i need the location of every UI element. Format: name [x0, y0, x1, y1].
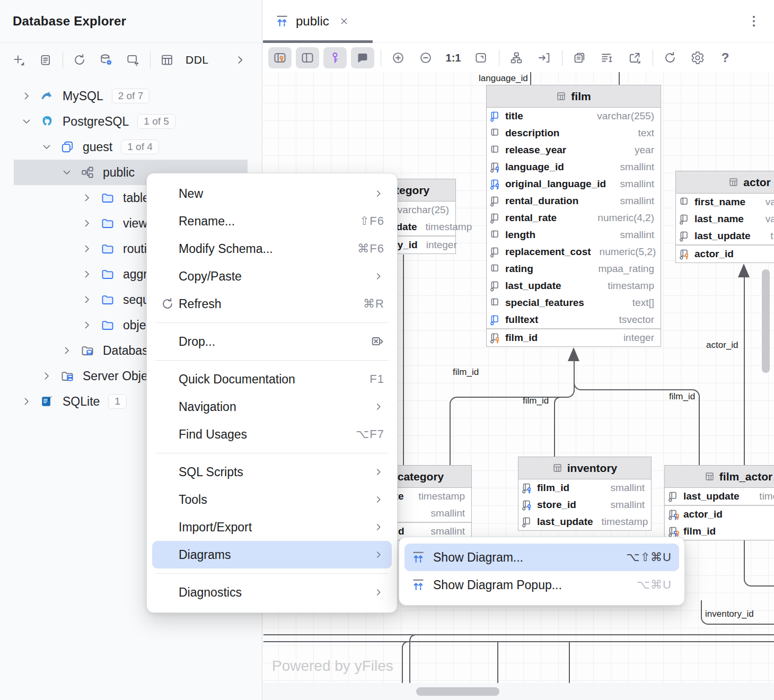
zoom-out-icon[interactable] [414, 47, 437, 68]
close-icon[interactable] [339, 16, 349, 27]
table-node-inventory[interactable]: inventoryfilm_idsmallintstore_idsmallint… [518, 457, 652, 531]
duplicate-icon[interactable] [34, 49, 56, 71]
chevron-right-icon[interactable] [81, 319, 93, 331]
menu-item-copy-paste[interactable]: Copy/Paste [152, 262, 392, 290]
auto-layout-icon[interactable] [505, 47, 528, 68]
more-options-icon[interactable] [746, 14, 761, 29]
tree-item-guest[interactable]: guest1 of 4 [0, 134, 262, 160]
column-name: last_update [505, 280, 561, 292]
folder-icon [101, 293, 115, 307]
tree-item-postgresql[interactable]: PostgreSQL1 of 5 [0, 109, 262, 134]
folder-server-icon [60, 369, 74, 383]
column-name: first_name [694, 196, 745, 208]
column-type: numeric(5,2) [591, 246, 663, 258]
actual-size-icon[interactable] [469, 47, 492, 68]
column-name: rental_duration [505, 195, 578, 207]
tree-item-mysql[interactable]: MySQL2 of 7 [0, 83, 262, 109]
settings-icon[interactable] [686, 47, 709, 68]
edge-label-actor_id: actor_id [706, 340, 738, 351]
menu-item-sql-scripts[interactable]: SQL Scripts [152, 458, 392, 486]
key-columns-panel-icon[interactable] [268, 47, 292, 68]
text-settings-icon[interactable] [595, 47, 619, 68]
refresh-icon[interactable] [658, 47, 682, 68]
column-name: actor_id [694, 248, 734, 260]
move-into-icon[interactable] [532, 47, 556, 68]
menu-item-navigation[interactable]: Navigation [152, 393, 392, 421]
table-header[interactable]: inventory [518, 457, 651, 479]
actual-zoom-button[interactable]: 1:1 [442, 47, 465, 68]
chevron-right-icon[interactable] [81, 268, 93, 281]
menu-item-show-diagram-popup[interactable]: Show Diagram Popup...⌥⌘U [404, 571, 679, 599]
chevron-right-icon[interactable] [229, 49, 251, 71]
relationship-line [619, 72, 620, 85]
relationship-line [497, 642, 498, 683]
menu-item-diagnostics[interactable]: Diagnostics [152, 579, 392, 606]
help-button[interactable]: ? [714, 47, 737, 68]
table-header[interactable]: actor [676, 171, 774, 194]
data-source-settings-icon[interactable] [95, 49, 117, 71]
detach-console-icon[interactable] [121, 49, 144, 71]
chevron-right-icon[interactable] [81, 191, 93, 204]
menu-item-diagrams[interactable]: Diagrams [152, 541, 392, 568]
menu-item-drop[interactable]: Drop... [152, 328, 392, 355]
menu-item-label: Diagrams [179, 548, 231, 562]
menu-item-new[interactable]: New [152, 180, 392, 207]
chevron-down-icon[interactable] [60, 166, 73, 179]
menu-item-show-diagram[interactable]: Show Diagram...⌥⇧⌘U [404, 544, 679, 571]
chevron-right-icon[interactable] [81, 293, 93, 306]
table-header[interactable]: film_actor [665, 466, 774, 488]
column-icon-col [490, 264, 505, 275]
vertical-scrollbar-thumb[interactable] [762, 269, 770, 373]
two-columns-icon[interactable] [296, 47, 319, 68]
chevron-right-icon[interactable] [81, 217, 93, 230]
show-keys-icon[interactable] [323, 47, 347, 68]
horizontal-scrollbar-thumb[interactable] [416, 687, 499, 696]
menu-item-label: Modify Schema... [179, 242, 273, 256]
menu-item-label: Copy/Paste [179, 269, 242, 284]
chevron-right-icon[interactable] [40, 370, 53, 382]
relationship-line [709, 624, 774, 625]
chevron-right-icon[interactable] [60, 344, 73, 357]
table-node-film_actor[interactable]: film_actorlast_updatetimestampactor_idfi… [664, 465, 774, 540]
tab-public[interactable]: public [263, 0, 362, 42]
column-name: language_id [505, 161, 564, 173]
menu-item-quick-documentation[interactable]: Quick DocumentationF1 [152, 365, 392, 393]
menu-item-label: Show Diagram Popup... [433, 578, 562, 592]
refresh-icon[interactable] [68, 49, 91, 71]
diagram-toolbar: 1:1? [263, 43, 774, 72]
table-header[interactable]: film [487, 85, 661, 108]
menu-item-rename[interactable]: Rename...⇧F6 [152, 207, 392, 235]
table-node-actor[interactable]: actorfirst_namevarchar(45)last_namevarch… [675, 171, 774, 263]
table-node-film[interactable]: filmtitlevarchar(255)descriptiontextrele… [486, 85, 661, 347]
chevron-right-icon[interactable] [81, 242, 93, 255]
column-name: last_update [537, 516, 593, 528]
menu-item-refresh[interactable]: Refresh⌘R [152, 290, 392, 318]
export-icon[interactable] [623, 47, 646, 68]
menu-item-modify-schema[interactable]: Modify Schema...⌘F6 [152, 235, 392, 262]
add-icon[interactable] [7, 49, 30, 71]
column-icon-idx [490, 111, 505, 122]
chevron-down-icon[interactable] [40, 141, 53, 153]
table-view-icon[interactable] [156, 49, 178, 71]
table-row: fulltexttsvector [487, 311, 661, 328]
chevron-down-icon[interactable] [20, 115, 33, 128]
menu-item-tools[interactable]: Tools [152, 486, 392, 513]
chevron-right-icon[interactable] [20, 395, 33, 408]
column-icon-idx [490, 314, 505, 326]
column-icon-pk [490, 332, 505, 344]
ddl-button[interactable]: DDL [186, 54, 209, 66]
menu-item-import-export[interactable]: Import/Export [152, 513, 392, 541]
editor-tab-bar: public [263, 0, 774, 43]
menu-item-find-usages[interactable]: Find Usages⌥F7 [152, 421, 392, 448]
chevron-right-icon[interactable] [20, 90, 33, 102]
column-type: smallint [602, 499, 651, 511]
copy-diagram-icon[interactable] [568, 47, 591, 68]
zoom-in-icon[interactable] [386, 47, 410, 68]
comments-icon[interactable] [351, 47, 374, 68]
column-type: smallint [612, 161, 661, 173]
column-icon-fkb [490, 179, 505, 190]
horizontal-scrollbar[interactable] [263, 683, 774, 700]
table-row: descriptiontext [487, 125, 661, 142]
column-icon-fk [522, 483, 537, 494]
menu-item-label: Import/Export [179, 520, 252, 535]
